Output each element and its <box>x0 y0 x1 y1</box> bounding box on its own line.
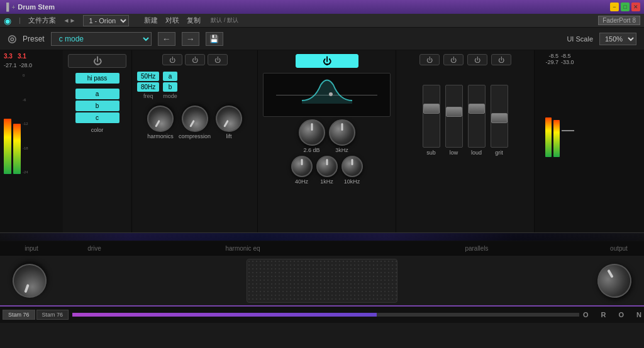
drive-power-btn-2[interactable]: ⏻ <box>185 54 205 65</box>
output-knob-section <box>597 264 631 298</box>
eq-bell-curve <box>302 79 352 104</box>
menu-item-edit[interactable]: 新建 <box>144 16 158 25</box>
preset-select-menu[interactable]: 1 - Orion <box>83 15 129 26</box>
track-item-2[interactable]: Stam 76 <box>36 310 69 320</box>
harmonic-eq-power-button[interactable]: ⏻ <box>296 54 358 68</box>
grit-fader-handle[interactable] <box>491 113 508 123</box>
meter-bars-left: 0 -6 -12 -18 -24 <box>4 73 59 174</box>
freq-knob-heq[interactable] <box>329 119 355 146</box>
harmonics-label: harmonics <box>147 133 174 139</box>
mode-b-button[interactable]: b <box>163 82 177 92</box>
grit-fader-label: grit <box>495 150 503 156</box>
drive-power-row: ⏻ ⏻ ⏻ <box>137 54 252 65</box>
freq-80hz-button[interactable]: 80Hz <box>137 82 159 92</box>
mid-freq-label: 1kHz <box>320 178 333 185</box>
loud-fader-handle[interactable] <box>469 104 485 114</box>
low-fader-track <box>445 85 463 148</box>
left-meter-bot-right: -28.0 <box>19 62 33 68</box>
low-freq-knob-container: 40Hz <box>291 156 313 185</box>
ui-scale-select[interactable]: 150% 100% 125% 175% <box>599 33 636 45</box>
maximize-button[interactable]: □ <box>621 3 630 11</box>
db-knob[interactable] <box>299 119 325 146</box>
low-freq-label: 40Hz <box>295 178 308 185</box>
par-power-btn-1[interactable]: ⏻ <box>419 54 440 65</box>
title-bar-controls: − □ ✕ <box>610 3 640 11</box>
freq-50hz-button[interactable]: 50Hz <box>137 72 159 81</box>
compression-knob-container: compression <box>179 106 211 139</box>
par-power-btn-4[interactable]: ⏻ <box>491 54 511 65</box>
right-meter-bar-2 <box>553 120 560 157</box>
mid-freq-knob[interactable] <box>316 156 338 177</box>
sub-fader-col: sub <box>423 85 440 156</box>
low-fader-handle[interactable] <box>446 107 462 117</box>
close-button[interactable]: ✕ <box>631 3 640 11</box>
low-fader-label: low <box>450 150 458 156</box>
lift-knob[interactable] <box>211 101 247 136</box>
menu-item-pair[interactable]: 对联 <box>165 16 179 25</box>
color-power-button[interactable]: ⏻ <box>68 54 126 68</box>
meter-readouts-top: 3.3 3.1 <box>4 53 59 60</box>
preset-dropdown[interactable]: c mode <box>51 32 152 46</box>
minimize-button[interactable]: − <box>610 3 619 11</box>
loud-fader-col: loud <box>468 85 486 156</box>
grit-fader-col: grit <box>491 85 508 156</box>
par-power-btn-3[interactable]: ⏻ <box>467 54 487 65</box>
harmonics-knob[interactable] <box>142 101 178 136</box>
scale-tick-4: -18 <box>23 146 30 150</box>
color-b-button[interactable]: b <box>75 101 119 111</box>
input-knob[interactable] <box>8 259 51 302</box>
high-freq-knob[interactable] <box>341 156 363 177</box>
plugin-header: ◎ Preset c mode ← → 💾 UI Scale 150% 100%… <box>0 28 644 50</box>
output-label: output <box>594 245 644 252</box>
sub-fader-label: sub <box>426 150 436 156</box>
mode-a-button[interactable]: a <box>163 72 177 81</box>
freq-knob-container: 3kHz <box>329 119 355 153</box>
low-fader-col: low <box>445 85 463 156</box>
right-meter-bot-left: -29.7 <box>545 59 558 65</box>
menu-item-copy[interactable]: 复制 <box>187 16 201 25</box>
track-item-1[interactable]: Stam 76 <box>3 310 35 320</box>
track-progress-bar <box>72 313 579 317</box>
faderport-badge: FaderPort 8 <box>598 16 640 25</box>
meter-readouts-bottom: -27.1 -28.0 <box>4 62 59 68</box>
drive-power-btn-3[interactable]: ⏻ <box>208 54 228 65</box>
color-c-button[interactable]: c <box>75 112 119 123</box>
ui-scale-label: UI Scale <box>567 35 593 43</box>
meter-bar-l1 <box>4 119 11 174</box>
right-meter-bot-right: -33.0 <box>561 59 574 65</box>
title-bar-left: ▐ + Drum Stem <box>4 3 55 11</box>
meter-bar-l2 <box>13 124 21 174</box>
high-freq-knob-container: 10kHz <box>341 156 363 185</box>
drive-power-btn-1[interactable]: ⏻ <box>162 54 182 65</box>
left-meters: 3.3 3.1 -27.1 -28.0 0 -6 -12 -18 -24 <box>0 50 63 232</box>
right-meters: -8.5 -8.5 -29.7 -33.0 <box>535 50 585 232</box>
output-knob[interactable] <box>591 258 638 304</box>
city-bg <box>0 233 644 241</box>
menu-item-file[interactable]: 文件方案 <box>28 16 56 25</box>
loud-fader-label: loud <box>471 150 482 156</box>
city-panorama-strip <box>0 232 644 241</box>
speaker-grille <box>247 259 397 303</box>
right-meter-bars <box>538 69 581 157</box>
nav-back-button[interactable]: ← <box>158 32 175 46</box>
hipass-button[interactable]: hi pass <box>75 73 119 84</box>
parallels-section: ⏻ ⏻ ⏻ ⏻ sub low loud <box>396 50 535 232</box>
freq-col: 50Hz 80Hz freq <box>137 72 159 99</box>
lift-knob-container: lift <box>216 106 242 139</box>
sub-fader-handle[interactable] <box>423 104 440 114</box>
preset-label: Preset <box>23 35 45 43</box>
divider: | <box>19 17 21 24</box>
db-knob-label: 2.6 dB <box>303 147 319 153</box>
low-freq-knob[interactable] <box>291 156 313 177</box>
eq-top-knobs-row: 2.6 dB 3kHz <box>263 119 391 153</box>
right-meter-dash <box>562 130 574 131</box>
save-preset-button[interactable]: 💾 <box>206 32 223 46</box>
color-a-button[interactable]: a <box>75 89 119 99</box>
plus-icon: + <box>12 4 16 11</box>
menu-bar: ◉ | 文件方案 ◄► 1 - Orion 新建 对联 复制 默认 / 默认 F… <box>0 14 644 28</box>
par-power-btn-2[interactable]: ⏻ <box>443 54 464 65</box>
scale-tick-2: -6 <box>23 98 30 102</box>
nav-forward-button[interactable]: → <box>182 32 199 46</box>
compression-knob[interactable] <box>177 101 213 136</box>
hipass-container: hi pass <box>68 73 126 84</box>
